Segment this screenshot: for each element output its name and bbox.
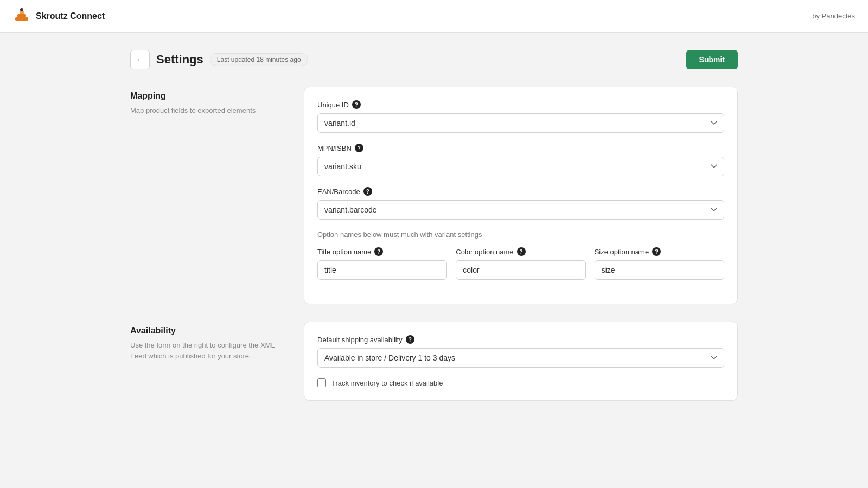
mpn-isbn-label: MPN/ISBN ? xyxy=(317,144,724,152)
unique-id-select[interactable]: variant.id product.id variant.sku xyxy=(317,113,724,133)
page-content: ← Settings Last updated 18 minutes ago S… xyxy=(108,33,760,435)
app-header: Skroutz Connect by Pandectes xyxy=(0,0,868,33)
submit-button[interactable]: Submit xyxy=(686,50,738,69)
availability-description: Use the form on the right to configure t… xyxy=(130,340,282,361)
back-arrow-icon: ← xyxy=(136,55,144,65)
option-names-row: Title option name ? Color option name ? … xyxy=(317,247,724,291)
size-option-label: Size option name ? xyxy=(595,247,724,256)
color-option-field: Color option name ? xyxy=(456,247,585,280)
default-shipping-help-icon[interactable]: ? xyxy=(406,335,414,344)
availability-label-area: Availability Use the form on the right t… xyxy=(130,322,282,401)
unique-id-help-icon[interactable]: ? xyxy=(352,100,361,109)
svg-rect-0 xyxy=(15,17,28,21)
mpn-isbn-field: MPN/ISBN ? variant.sku product.sku varia… xyxy=(317,144,724,176)
track-inventory-row: Track inventory to check if available xyxy=(317,378,724,387)
default-shipping-select[interactable]: Available in store / Delivery 1 to 3 day… xyxy=(317,348,724,368)
title-option-label: Title option name ? xyxy=(317,247,447,256)
app-title: Skroutz Connect xyxy=(36,11,105,21)
mapping-description: Map product fields to exported elements xyxy=(130,105,282,116)
page-header: ← Settings Last updated 18 minutes ago S… xyxy=(130,50,738,69)
header-left: Skroutz Connect xyxy=(13,8,105,25)
default-shipping-label: Default shipping availability ? xyxy=(317,335,724,344)
svg-point-3 xyxy=(20,8,23,11)
availability-card: Default shipping availability ? Availabl… xyxy=(304,322,738,401)
mapping-title: Mapping xyxy=(130,91,282,101)
title-option-field: Title option name ? xyxy=(317,247,447,280)
default-shipping-field: Default shipping availability ? Availabl… xyxy=(317,335,724,368)
app-logo xyxy=(13,8,30,25)
unique-id-label: Unique ID ? xyxy=(317,100,724,109)
size-option-field: Size option name ? xyxy=(595,247,724,291)
mapping-label-area: Mapping Map product fields to exported e… xyxy=(130,87,282,304)
unique-id-field: Unique ID ? variant.id product.id varian… xyxy=(317,100,724,133)
mapping-section: Mapping Map product fields to exported e… xyxy=(130,87,738,304)
title-option-input[interactable] xyxy=(317,260,447,280)
option-names-notice: Option names below must much with varian… xyxy=(317,230,724,239)
availability-title: Availability xyxy=(130,326,282,336)
color-option-input[interactable] xyxy=(456,260,585,280)
page-header-left: ← Settings Last updated 18 minutes ago xyxy=(130,50,308,69)
availability-section: Availability Use the form on the right t… xyxy=(130,322,738,401)
color-option-help-icon[interactable]: ? xyxy=(517,247,526,256)
mpn-isbn-select[interactable]: variant.sku product.sku variant.barcode xyxy=(317,157,724,176)
ean-barcode-select[interactable]: variant.barcode variant.sku product.id xyxy=(317,200,724,220)
track-inventory-checkbox[interactable] xyxy=(317,378,326,387)
size-option-help-icon[interactable]: ? xyxy=(652,247,661,256)
mapping-card: Unique ID ? variant.id product.id varian… xyxy=(304,87,738,304)
track-inventory-label[interactable]: Track inventory to check if available xyxy=(331,379,443,387)
mpn-isbn-help-icon[interactable]: ? xyxy=(355,144,363,152)
ean-barcode-label: EAN/Barcode ? xyxy=(317,187,724,196)
back-button[interactable]: ← xyxy=(130,50,150,69)
svg-rect-1 xyxy=(17,14,26,17)
by-pandectes: by Pandectes xyxy=(812,12,855,20)
size-option-input[interactable] xyxy=(595,260,724,280)
page-title: Settings xyxy=(156,53,203,67)
title-option-help-icon[interactable]: ? xyxy=(374,247,383,256)
last-updated-badge: Last updated 18 minutes ago xyxy=(210,53,308,66)
ean-barcode-field: EAN/Barcode ? variant.barcode variant.sk… xyxy=(317,187,724,220)
color-option-label: Color option name ? xyxy=(456,247,585,256)
ean-barcode-help-icon[interactable]: ? xyxy=(363,187,372,196)
